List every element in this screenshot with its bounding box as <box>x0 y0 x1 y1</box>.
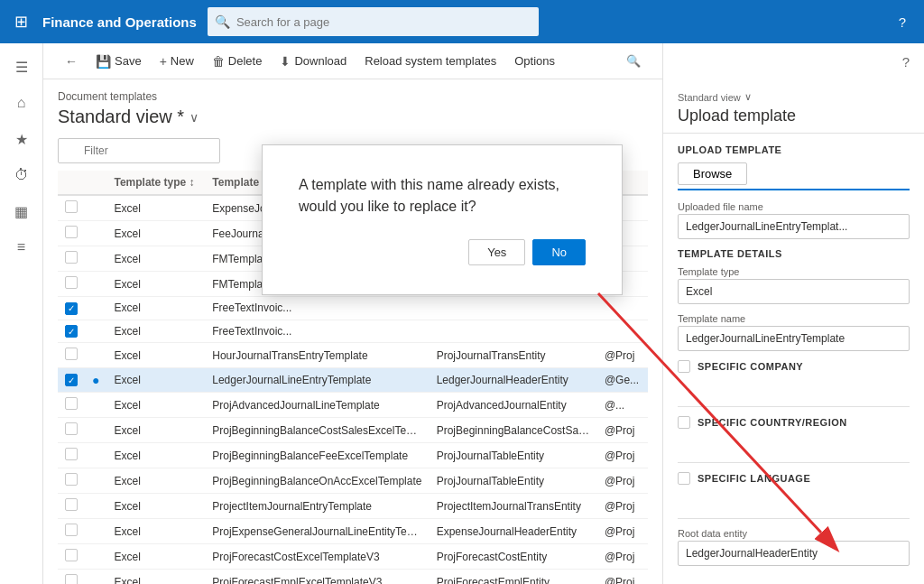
row-checkbox[interactable] <box>65 549 78 561</box>
dialog-no-button[interactable]: No <box>532 239 586 265</box>
sidebar-icon-home[interactable]: ⌂ <box>5 87 38 119</box>
row-type: Excel <box>106 494 205 519</box>
table-row[interactable]: ExcelProjBeginningBalanceFeeExcelTemplat… <box>58 443 648 468</box>
browse-button[interactable]: Browse <box>678 162 747 185</box>
row-checkbox[interactable]: ✓ <box>65 302 78 315</box>
row-name: ProjectItemJournalEntryTemplate <box>205 494 429 519</box>
dialog-yes-button[interactable]: Yes <box>468 239 525 265</box>
search-icon: 🔍 <box>215 14 230 29</box>
template-type-label: Template type <box>678 266 910 277</box>
row-checkbox[interactable] <box>65 422 78 435</box>
template-details-label: TEMPLATE DETAILS <box>678 248 910 259</box>
page-title: Standard view * ∨ <box>58 107 648 127</box>
options-button[interactable]: Options <box>507 51 562 71</box>
root-entity-input[interactable] <box>678 541 910 566</box>
specific-company-field[interactable] <box>678 382 910 407</box>
row-checkbox[interactable] <box>65 397 78 410</box>
col-header-type[interactable]: Template type ↕ <box>106 171 205 195</box>
row-entity: ProjectItemJournalTransEntity <box>430 494 597 519</box>
row-checkbox[interactable] <box>65 251 78 264</box>
row-extra: @Proj <box>597 519 648 544</box>
row-type: Excel <box>106 297 205 320</box>
row-extra: @Ge... <box>597 368 648 393</box>
row-entity: ProjAdvancedJournalEntity <box>430 393 597 418</box>
dialog-message: A template with this name already exists… <box>299 174 586 218</box>
template-type-input[interactable] <box>678 279 910 304</box>
row-name: LedgerJournalLineEntryTemplate <box>205 368 429 393</box>
row-extra: @Proj <box>597 343 648 368</box>
row-checkbox[interactable]: ✓ <box>65 325 78 338</box>
breadcrumb: Document templates <box>58 90 648 103</box>
row-checkbox[interactable] <box>65 348 78 360</box>
row-checkbox[interactable] <box>65 498 78 511</box>
row-name: ProjForecastEmplExcelTemplateV3 <box>205 570 429 585</box>
title-chevron-icon[interactable]: ∨ <box>189 110 199 125</box>
template-name-input[interactable] <box>678 326 910 351</box>
specific-language-checkbox[interactable] <box>678 472 690 485</box>
filter-input[interactable] <box>58 138 220 163</box>
row-type: Excel <box>106 368 205 393</box>
panel-help-icon[interactable]: ? <box>895 47 917 77</box>
row-extra: @Proj <box>597 494 648 519</box>
content-area: ← 💾 Save + New 🗑 Delete ⬇ Download Reloa… <box>43 43 662 584</box>
search-icon-toolbar: 🔍 <box>626 54 641 68</box>
table-row[interactable]: ExcelProjForecastEmplExcelTemplateV3Proj… <box>58 570 648 585</box>
row-checkbox[interactable]: ✓ <box>65 374 78 386</box>
uploaded-file-input[interactable] <box>678 214 910 239</box>
sidebar-icon-modules[interactable]: ≡ <box>5 231 38 264</box>
row-type: Excel <box>106 221 205 246</box>
panel-header: Standard view ∨ Upload template <box>663 80 924 134</box>
row-checkbox[interactable] <box>65 448 78 460</box>
specific-country-checkbox[interactable] <box>678 416 690 429</box>
sidebar-icon-favorites[interactable]: ★ <box>5 123 38 155</box>
table-row[interactable]: ExcelProjBeginningBalanceOnAccExcelTempl… <box>58 468 648 494</box>
row-entity: ProjJournalTableEntity <box>430 443 597 468</box>
waffle-icon[interactable]: ⊞ <box>11 8 32 35</box>
row-entity: ProjJournalTransEntity <box>430 343 597 368</box>
specific-country-field[interactable] <box>678 438 910 463</box>
sidebar-icon-workspaces[interactable]: ▦ <box>5 195 38 227</box>
save-button[interactable]: 💾 Save <box>88 51 149 72</box>
delete-button[interactable]: 🗑 Delete <box>205 51 270 72</box>
panel-view-label[interactable]: Standard view ∨ <box>678 91 910 103</box>
row-checkbox[interactable] <box>65 226 78 238</box>
toolbar-search-button[interactable]: 🔍 <box>619 51 648 71</box>
upload-underline <box>678 189 910 190</box>
table-row[interactable]: ExcelProjectItemJournalEntryTemplateProj… <box>58 494 648 519</box>
row-extra: @... <box>597 393 648 418</box>
right-panel: ? Standard view ∨ Upload template UPLOAD… <box>662 43 924 584</box>
delete-icon: 🗑 <box>212 54 225 69</box>
help-icon[interactable]: ? <box>892 7 913 37</box>
row-name: FreeTextInvoic... <box>205 297 429 320</box>
back-button[interactable]: ← <box>58 51 85 72</box>
reload-button[interactable]: Reload system templates <box>357 51 504 71</box>
table-row[interactable]: ✓ExcelFreeTextInvoic... <box>58 297 648 320</box>
row-checkbox[interactable] <box>65 574 78 584</box>
row-entity: ProjJournalTableEntity <box>430 468 597 494</box>
row-checkbox[interactable] <box>65 276 78 289</box>
new-button[interactable]: + New <box>152 51 201 72</box>
row-extra: @Proj <box>597 468 648 494</box>
download-button[interactable]: ⬇ Download <box>273 51 354 72</box>
sidebar-icon-menu[interactable]: ☰ <box>5 51 38 83</box>
sidebar-icon-recent[interactable]: ⏱ <box>5 159 38 191</box>
table-row[interactable]: ✓ExcelFreeTextInvoic... <box>58 320 648 343</box>
toolbar: ← 💾 Save + New 🗑 Delete ⬇ Download Reloa… <box>43 43 662 79</box>
table-row[interactable]: ExcelProjAdvancedJournalLineTemplateProj… <box>58 393 648 418</box>
row-entity: ExpenseJournalHeaderEntity <box>430 519 597 544</box>
table-row[interactable]: ExcelProjForecastCostExcelTemplateV3Proj… <box>58 544 648 570</box>
row-checkbox[interactable] <box>65 200 78 213</box>
table-row[interactable]: ExcelProjBeginningBalanceCostSalesExcelT… <box>58 418 648 443</box>
specific-company-checkbox[interactable] <box>678 360 690 373</box>
row-type: Excel <box>106 246 205 272</box>
top-nav: ⊞ Finance and Operations 🔍 ? <box>0 0 924 43</box>
specific-language-field[interactable] <box>678 494 910 519</box>
table-row[interactable]: ✓●ExcelLedgerJournalLineEntryTemplateLed… <box>58 368 648 393</box>
row-checkbox[interactable] <box>65 473 78 486</box>
table-row[interactable]: ExcelProjExpenseGeneralJournalLineEntity… <box>58 519 648 544</box>
table-row[interactable]: ExcelHourJournalTransEntryTemplateProjJo… <box>58 343 648 368</box>
search-input[interactable] <box>208 7 539 36</box>
row-name: ProjBeginningBalanceOnAccExcelTemplate <box>205 468 429 494</box>
root-entity-label: Root data entity <box>678 528 910 539</box>
row-checkbox[interactable] <box>65 524 78 536</box>
